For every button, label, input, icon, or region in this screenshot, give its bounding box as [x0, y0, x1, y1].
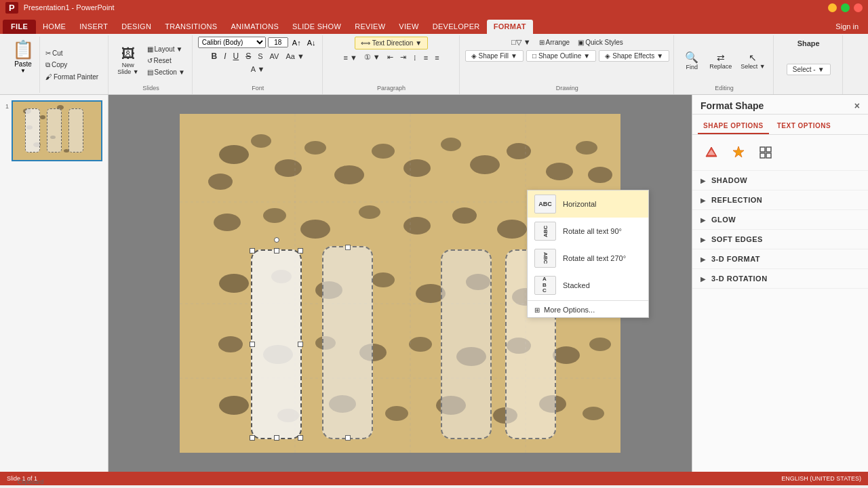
- shadow-section[interactable]: ▶ SHADOW: [692, 171, 868, 190]
- shape-effects-btn[interactable]: ◈ Shape Effects ▼: [599, 50, 669, 62]
- handle-br[interactable]: [298, 435, 303, 441]
- tab-home[interactable]: HOME: [36, 20, 73, 34]
- select-button[interactable]: ↖ Select ▼: [737, 50, 768, 72]
- format-painter-button[interactable]: 🖌 Format Painter: [43, 72, 101, 82]
- numbering-btn[interactable]: ① ▼: [361, 52, 383, 63]
- layout-button[interactable]: ▦ Layout ▼: [144, 44, 188, 54]
- size-props-icon: [759, 146, 772, 159]
- direction-rotate90[interactable]: ABC Rotate all text 90°: [528, 218, 648, 245]
- handle-tl[interactable]: [250, 248, 255, 253]
- text-direction-button[interactable]: ⟺ Text Direction ▼: [355, 37, 428, 49]
- sign-in-btn[interactable]: Sign in: [829, 20, 865, 34]
- font-family-select[interactable]: Calibri (Body): [198, 37, 266, 48]
- drawing-row1: □▽ ▼ ⊞ Arrange ▣ Quick Styles: [509, 37, 626, 48]
- underline-button[interactable]: U: [231, 50, 242, 62]
- tab-developer[interactable]: DEVELOPER: [426, 20, 487, 34]
- strikethrough-button[interactable]: S: [243, 50, 254, 62]
- select-dropdown-btn[interactable]: Select - ▼: [787, 64, 831, 75]
- shape-fill-btn[interactable]: ◈ Shape Fill ▼: [465, 50, 524, 62]
- soft-edges-section[interactable]: ▶ SOFT EDGES: [692, 230, 868, 249]
- more-options-label: More Options...: [544, 306, 595, 314]
- tab-insert[interactable]: INSERT: [73, 20, 115, 34]
- tab-format[interactable]: FORMAT: [487, 20, 533, 34]
- font-size-input[interactable]: [268, 37, 288, 47]
- 3d-format-section[interactable]: ▶ 3-D FORMAT: [692, 249, 868, 269]
- tab-file[interactable]: FILE: [3, 20, 36, 34]
- find-button[interactable]: 🔍 Find: [679, 49, 704, 73]
- reflection-section[interactable]: ▶ REFLECTION: [692, 190, 868, 210]
- handle-m-top[interactable]: [345, 245, 351, 250]
- increase-indent-btn[interactable]: ⇥: [397, 52, 409, 63]
- minimize-btn[interactable]: [828, 3, 837, 12]
- 3d-rotation-section[interactable]: ▶ 3-D ROTATION: [692, 269, 868, 289]
- bold-button[interactable]: B: [209, 50, 220, 62]
- size-props-icon-btn[interactable]: [755, 142, 776, 163]
- close-btn[interactable]: [854, 3, 863, 12]
- effects-icon-btn[interactable]: [728, 142, 749, 163]
- slide-thumbnail-1[interactable]: [12, 100, 102, 161]
- handle-left[interactable]: [250, 342, 255, 347]
- svg-point-2: [208, 174, 233, 190]
- shapes-btn[interactable]: □▽ ▼: [509, 37, 534, 48]
- direction-rotate270[interactable]: ABC Rotate all text 270°: [528, 245, 648, 272]
- char-spacing-button[interactable]: AV: [267, 51, 282, 62]
- tab-transitions[interactable]: TRANSITIONS: [158, 20, 224, 34]
- shadow-text-button[interactable]: S: [255, 51, 265, 62]
- shape-left-selected[interactable]: [251, 249, 302, 439]
- handle-bl[interactable]: [250, 435, 255, 441]
- direction-stacked[interactable]: ABC Stacked: [528, 272, 648, 299]
- para-row1: ⟺ Text Direction ▼: [355, 37, 428, 49]
- copy-button[interactable]: ⧉ Copy: [43, 60, 101, 70]
- fill-line-icon-btn[interactable]: [701, 142, 722, 163]
- col-btn[interactable]: ⫶: [410, 52, 420, 63]
- handle-rotate[interactable]: [274, 237, 279, 243]
- tab-animations[interactable]: ANIMATIONS: [224, 20, 285, 34]
- thumb-shape-1: [25, 108, 40, 152]
- decrease-indent-btn[interactable]: ⇤: [384, 52, 396, 63]
- tab-slideshow[interactable]: SLIDE SHOW: [285, 20, 348, 34]
- shape-right-1[interactable]: [441, 249, 492, 439]
- handle-tr[interactable]: [298, 248, 303, 253]
- glow-section[interactable]: ▶ GLOW: [692, 210, 868, 230]
- shape-fill-icon: ◈: [471, 52, 477, 60]
- section-button[interactable]: ▤ Section ▼: [144, 67, 188, 77]
- replace-button[interactable]: ⇄ Replace: [706, 50, 735, 72]
- bullets-btn[interactable]: ≡ ▼: [340, 52, 359, 63]
- font-shrink-btn[interactable]: A↓: [305, 38, 318, 47]
- cut-button[interactable]: ✂ Cut: [43, 48, 101, 58]
- direction-horizontal[interactable]: ABC Horizontal: [528, 190, 648, 218]
- reset-button[interactable]: ↺ Reset: [144, 56, 188, 66]
- tab-review[interactable]: REVIEW: [348, 20, 392, 34]
- align-left-btn[interactable]: ≡: [421, 52, 431, 63]
- reflection-label: REFLECTION: [711, 196, 762, 204]
- tab-view[interactable]: VIEW: [392, 20, 425, 34]
- more-options-item[interactable]: ⊞ More Options...: [528, 302, 648, 317]
- handle-m-bottom[interactable]: [345, 435, 351, 441]
- arrange-btn[interactable]: ⊞ Arrange: [536, 37, 573, 47]
- shape-outline-btn[interactable]: □ Shape Outline ▼: [526, 50, 596, 62]
- handle-top[interactable]: [274, 248, 279, 253]
- maximize-btn[interactable]: [841, 3, 850, 12]
- italic-button[interactable]: I: [221, 50, 229, 62]
- quick-styles-btn[interactable]: ▣ Quick Styles: [575, 37, 626, 47]
- editing-label: Editing: [715, 85, 734, 93]
- new-slide-button[interactable]: 🖼 NewSlide ▼: [114, 44, 142, 77]
- change-case-button[interactable]: Aa ▼: [283, 51, 307, 62]
- svg-point-10: [507, 143, 531, 159]
- font-grow-btn[interactable]: A↑: [290, 38, 303, 47]
- tab-design[interactable]: DESIGN: [115, 20, 158, 34]
- align-center-btn[interactable]: ≡: [432, 52, 441, 63]
- svg-point-17: [359, 205, 380, 219]
- format-shape-close[interactable]: ×: [854, 100, 860, 111]
- slide-canvas: ABC Horizontal ABC Rotate all text 90° A…: [108, 95, 692, 472]
- paste-button[interactable]: 📋 Paste ▼: [7, 37, 40, 93]
- handle-right[interactable]: [298, 342, 303, 347]
- font-color-button[interactable]: A ▼: [248, 64, 268, 75]
- tab-shape-options[interactable]: SHAPE OPTIONS: [698, 119, 769, 134]
- shape-middle[interactable]: [322, 246, 373, 439]
- svg-point-3: [275, 159, 302, 177]
- paste-icon: 📋: [12, 39, 34, 60]
- handle-bottom[interactable]: [274, 435, 279, 441]
- tab-text-options[interactable]: TEXT OPTIONS: [772, 119, 836, 134]
- 3d-format-label: 3-D FORMAT: [711, 255, 760, 263]
